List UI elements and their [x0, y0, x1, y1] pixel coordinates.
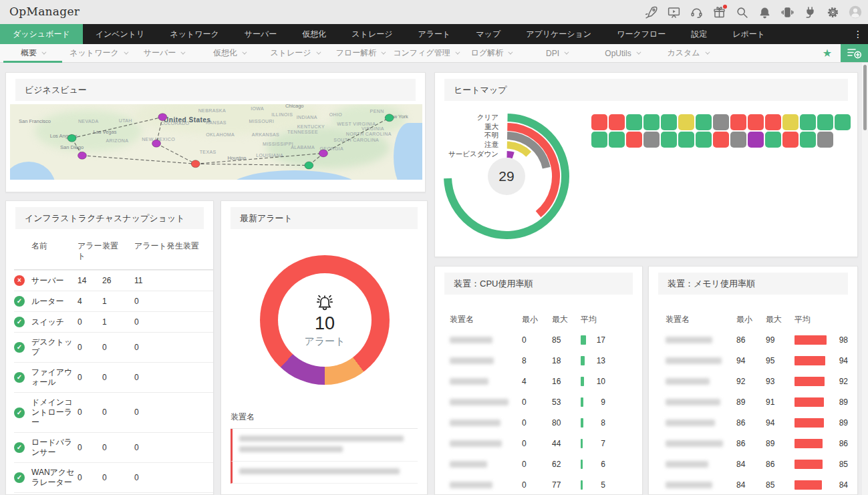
alert-list-item[interactable]	[231, 462, 418, 484]
infrastructure-row[interactable]: ✓ワイヤレス000	[14, 492, 213, 495]
chevron-down-icon[interactable]	[316, 50, 321, 55]
heatmap-cell-green[interactable]	[678, 132, 694, 148]
heatmap-cell-red[interactable]	[748, 114, 764, 130]
usage-row[interactable]: 869998	[666, 329, 848, 350]
nav-item-reports[interactable]: レポート	[720, 24, 778, 44]
nav-item-alerts[interactable]: アラート	[405, 24, 463, 44]
chevron-down-icon[interactable]	[636, 50, 641, 55]
alert-count[interactable]: 0	[78, 373, 102, 383]
device-count[interactable]: 0	[102, 443, 134, 453]
alert-count[interactable]: 4	[78, 297, 102, 307]
sub-nav-item-config-management[interactable]: コンフィグ管理	[393, 44, 458, 62]
heatmap-cell-purple[interactable]	[748, 132, 764, 148]
nav-item-dashboard[interactable]: ダッシュボード	[0, 24, 83, 44]
alert-count[interactable]: 0	[78, 317, 102, 327]
heatmap-cell-green[interactable]	[661, 132, 677, 148]
heatmap-cell-green[interactable]	[696, 114, 712, 130]
infrastructure-row[interactable]: ✓スイッチ010	[14, 311, 213, 332]
alert-device-count[interactable]: 0	[134, 373, 213, 383]
device-count[interactable]: 26	[102, 276, 134, 286]
map-device-node[interactable]	[158, 114, 167, 121]
alert-count[interactable]: 0	[78, 407, 102, 418]
sub-nav-item-virtualization[interactable]: 仮想化	[196, 44, 262, 62]
gear-icon[interactable]	[825, 5, 840, 19]
heatmap-cell-red[interactable]	[609, 114, 625, 130]
map-device-node[interactable]	[305, 162, 313, 169]
usage-row[interactable]: 0808	[450, 412, 605, 433]
add-dashboard-button[interactable]	[841, 44, 868, 62]
sub-nav-item-overview[interactable]: 概要	[0, 44, 65, 62]
kebab-menu-icon[interactable]: ⋮	[851, 24, 865, 44]
sub-nav-item-storage[interactable]: ストレージ	[262, 44, 327, 62]
alerts-donut-chart[interactable]: 10 アラート	[260, 255, 390, 385]
usage-row[interactable]: 0447	[450, 433, 605, 454]
search-icon[interactable]	[734, 5, 749, 19]
alert-device-count[interactable]: 0	[134, 343, 213, 353]
alert-device-count[interactable]: 0	[134, 297, 213, 307]
business-view-map[interactable]: United StatesNEBRASKAIOWAChicagoILLINOIS…	[10, 104, 422, 180]
alert-device-count[interactable]: 0	[134, 317, 213, 327]
nav-item-server[interactable]: サーバー	[232, 24, 290, 44]
map-device-node[interactable]	[319, 150, 327, 157]
heatmap-cell-red[interactable]	[591, 114, 607, 130]
alert-count[interactable]: 14	[78, 276, 102, 286]
heatmap-cell-red[interactable]	[713, 132, 729, 148]
alert-count[interactable]: 0	[78, 443, 102, 453]
usage-row[interactable]: 899189	[666, 391, 848, 412]
alert-list-item[interactable]	[231, 429, 418, 462]
map-device-node[interactable]	[152, 140, 161, 147]
page-scrollbar-thumb[interactable]	[863, 65, 867, 130]
usage-row[interactable]: 81813	[450, 350, 605, 371]
alert-device-count[interactable]: 0	[134, 407, 213, 418]
infrastructure-row[interactable]: ✓ドメインコントローラー000	[14, 392, 213, 432]
heatmap-cell-green[interactable]	[609, 132, 625, 148]
usage-row[interactable]: 848685	[666, 454, 848, 474]
infrastructure-row[interactable]: ✓ロードバランサー000	[14, 432, 213, 462]
usage-row[interactable]: 848584	[666, 474, 848, 495]
avatar-icon[interactable]	[848, 5, 863, 19]
infrastructure-row[interactable]: ✓ファイアウォール000	[14, 362, 213, 392]
heatmap-cell-green[interactable]	[800, 132, 816, 148]
map-device-node[interactable]	[385, 114, 394, 122]
device-count[interactable]: 0	[102, 473, 134, 483]
alert-device-count[interactable]: 0	[134, 443, 213, 453]
alert-device-count[interactable]: 0	[134, 473, 213, 483]
heatmap-cell-red[interactable]	[782, 132, 799, 148]
heatmap-cell-gray[interactable]	[817, 132, 833, 148]
gift-icon[interactable]	[712, 5, 726, 19]
plug-icon[interactable]	[803, 5, 817, 19]
usage-row[interactable]: 949594	[666, 350, 848, 371]
heatmap-cell-green[interactable]	[661, 114, 677, 130]
page-scrollbar-track[interactable]	[862, 63, 868, 495]
alert-device-count[interactable]: 11	[134, 276, 213, 286]
nav-item-inventory[interactable]: インベントリ	[83, 24, 158, 44]
chevron-down-icon[interactable]	[41, 50, 46, 55]
usage-row[interactable]: 41610	[450, 371, 605, 391]
chevron-down-icon[interactable]	[705, 50, 710, 55]
usage-row[interactable]: 08517	[450, 329, 605, 350]
chevron-down-icon[interactable]	[124, 50, 128, 55]
infrastructure-row[interactable]: ✓WANアクセラレーター000	[14, 462, 213, 492]
infrastructure-row[interactable]: ✓ルーター410	[14, 291, 213, 311]
heatmap-cell-gray[interactable]	[713, 114, 729, 130]
bell-icon[interactable]	[757, 5, 772, 19]
nav-item-settings[interactable]: 設定	[678, 24, 720, 44]
usage-row[interactable]: 0626	[450, 454, 605, 474]
map-device-node[interactable]	[191, 160, 200, 168]
heatmap-cell-gray[interactable]	[730, 132, 746, 148]
headset-icon[interactable]	[689, 5, 704, 19]
heatmap-cell-green[interactable]	[696, 132, 712, 148]
sub-nav-item-log-analysis[interactable]: ログ解析	[458, 44, 524, 62]
heatmap-cell-green[interactable]	[591, 132, 607, 148]
usage-row[interactable]: 929392	[666, 371, 848, 391]
device-count[interactable]: 1	[102, 297, 134, 307]
rocket-icon[interactable]	[643, 5, 658, 19]
sub-nav-item-dpi[interactable]: DPI	[524, 44, 589, 62]
heatmap-cell-green[interactable]	[643, 114, 660, 130]
device-count[interactable]: 0	[102, 343, 134, 353]
heatmap-cell-green[interactable]	[817, 114, 833, 130]
heatmap-cell-red[interactable]	[626, 132, 642, 148]
heatmap-cell-yellow[interactable]	[782, 114, 799, 130]
sub-nav-item-flow-analysis[interactable]: フロー解析	[327, 44, 393, 62]
chevron-down-icon[interactable]	[564, 50, 569, 55]
